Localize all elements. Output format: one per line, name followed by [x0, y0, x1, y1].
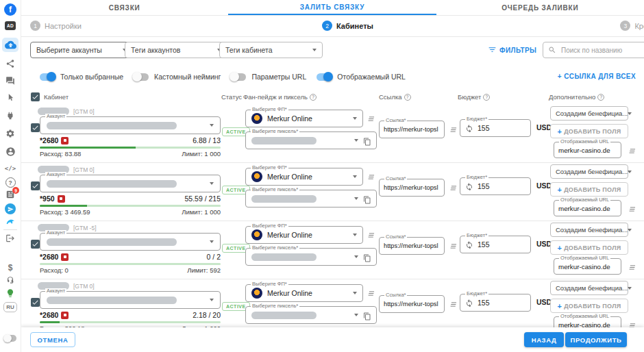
pixel-dropdown[interactable]: Выберите пиксель*	[245, 131, 377, 149]
add-fields-button[interactable]: + ДОБАВИТЬ ПОЛЯ	[550, 299, 628, 313]
facebook-icon[interactable]: f	[0, 3, 21, 16]
copy-icon[interactable]	[363, 253, 371, 265]
link-for-all-button[interactable]: + ССЫЛКА ДЛЯ ВСЕХ	[558, 73, 636, 80]
toggle-url-params[interactable]	[231, 73, 246, 81]
accounts-select[interactable]: Выберите аккаунты	[30, 42, 133, 58]
row-checkbox[interactable]	[31, 240, 40, 249]
account-dropdown[interactable]: Аккаунт	[40, 291, 221, 309]
budget-input[interactable]: Бюджет* 155	[460, 294, 531, 312]
add-fields-button[interactable]: + ДОБАВИТЬ ПОЛЯ	[550, 240, 628, 255]
link-input[interactable]: Ссылка* https://merkur-topsl	[379, 179, 445, 197]
account-tags-select[interactable]: Теги аккаунтов	[125, 42, 227, 58]
beneficiary-dropdown[interactable]: Создадим бенефициа...	[550, 281, 628, 295]
link-lines-icon[interactable]	[449, 125, 458, 137]
link-lines-icon[interactable]	[449, 241, 458, 253]
filters-button[interactable]: ФИЛЬТРЫ	[488, 45, 536, 55]
copy-icon[interactable]	[363, 311, 371, 323]
tab-ochered-zalivki[interactable]: ОЧЕРЕДЬ ЗАЛИВКИ	[436, 0, 644, 15]
link-input[interactable]: Ссылка* https://merkur-topsl	[379, 237, 445, 255]
display-url-lines-icon[interactable]	[628, 146, 636, 158]
news-icon[interactable]: 9	[0, 190, 21, 202]
fanpage-dropdown[interactable]: Выберите ФП* Merkur Online	[245, 110, 363, 127]
toggle-custom-naming[interactable]	[134, 73, 149, 81]
toggle-display-url[interactable]	[317, 73, 332, 81]
back-button[interactable]: НАЗАД	[524, 332, 564, 347]
pixel-dropdown[interactable]: Выберите пиксель*	[245, 306, 377, 324]
telegram-icon[interactable]	[0, 203, 21, 214]
display-url-lines-icon[interactable]	[628, 262, 636, 275]
account-icon[interactable]	[0, 147, 21, 157]
cancel-button[interactable]: ОТМЕНА	[30, 332, 75, 347]
code-icon[interactable]: </>	[0, 165, 21, 172]
fanpage-dropdown[interactable]: Выберите ФП* Merkur Online	[245, 168, 363, 186]
plug-icon[interactable]	[0, 111, 21, 121]
step-settings[interactable]: 1 Настройки	[30, 21, 82, 31]
link-lines-icon[interactable]	[449, 299, 458, 312]
continue-button[interactable]: ПРОДОЛЖИТЬ	[565, 332, 627, 347]
theme-toggle[interactable]	[0, 335, 21, 342]
language-badge[interactable]: RU	[0, 302, 21, 312]
add-fields-button[interactable]: + ДОБАВИТЬ ПОЛЯ	[550, 124, 628, 138]
tab-svyazki[interactable]: СВЯЗКИ	[21, 0, 228, 15]
beneficiary-dropdown[interactable]: Создадим бенефициа...	[550, 223, 628, 237]
naming-lines-icon[interactable]	[367, 230, 375, 242]
fanpage-dropdown[interactable]: Выберите ФП* Merkur Online	[245, 226, 363, 244]
help-icon[interactable]	[483, 94, 490, 101]
search-input[interactable]	[560, 46, 641, 55]
tab-zalit-svyazku[interactable]: ЗАЛИТЬ СВЯЗКУ	[228, 0, 436, 15]
display-url-lines-icon[interactable]	[628, 204, 636, 216]
naming-lines-icon[interactable]	[367, 114, 375, 126]
share-tree-icon[interactable]	[0, 59, 21, 68]
display-url-lines-icon[interactable]	[628, 320, 636, 327]
refresh-icon[interactable]	[465, 240, 473, 249]
dolphin-icon[interactable]	[0, 216, 21, 227]
help-icon[interactable]	[597, 94, 604, 101]
beneficiary-dropdown[interactable]: Создадим бенефициа...	[550, 106, 628, 121]
row-checkbox[interactable]	[31, 123, 40, 132]
pixel-dropdown[interactable]: Выберите пиксель*	[245, 248, 377, 266]
help-icon[interactable]	[310, 94, 317, 101]
copy-icon[interactable]	[363, 194, 371, 207]
help-icon[interactable]	[404, 94, 411, 101]
headset-icon[interactable]	[0, 275, 21, 285]
gear-icon[interactable]	[0, 129, 21, 138]
fanpage-dropdown[interactable]: Выберите ФП* Merkur Online	[245, 284, 363, 302]
account-dropdown[interactable]: Аккаунт	[40, 175, 221, 192]
budget-input[interactable]: Бюджет* 155	[460, 119, 531, 137]
bulb-icon[interactable]	[0, 288, 21, 298]
add-fields-button[interactable]: + ДОБАВИТЬ ПОЛЯ	[550, 182, 628, 197]
display-url-input[interactable]: Отображаемый URL merkur-casino.de	[554, 316, 621, 327]
search-box[interactable]	[543, 42, 644, 58]
link-lines-icon[interactable]	[449, 183, 458, 195]
upload-cloud-icon[interactable]	[0, 38, 21, 52]
toggle-only-selected[interactable]	[40, 73, 55, 81]
pixel-dropdown[interactable]: Выберите пиксель*	[245, 190, 377, 208]
display-url-input[interactable]: Отображаемый URL merkur-casino.de	[554, 142, 621, 158]
step-cabinets[interactable]: 2 Кабинеты	[322, 21, 373, 31]
help-icon[interactable]: ?	[0, 177, 21, 188]
step-creatives[interactable]: 3 Креат	[620, 21, 644, 31]
refresh-icon[interactable]	[465, 182, 473, 190]
link-input[interactable]: Ссылка* https://merkur-topsl	[379, 121, 445, 138]
cursor-icon[interactable]	[0, 93, 21, 102]
account-dropdown[interactable]: Аккаунт	[40, 116, 221, 134]
naming-lines-icon[interactable]	[367, 288, 375, 301]
cabinet-tags-select[interactable]: Теги кабинета	[219, 42, 323, 58]
beneficiary-dropdown[interactable]: Создадим бенефициа...	[550, 164, 628, 179]
display-url-input[interactable]: Отображаемый URL merkur-casino.de	[554, 200, 621, 216]
refresh-icon[interactable]	[465, 124, 473, 132]
ads-manager-icon[interactable]: AD	[0, 21, 21, 30]
row-checkbox[interactable]	[31, 298, 40, 307]
account-dropdown[interactable]: Аккаунт	[40, 233, 221, 251]
display-url-input[interactable]: Отображаемый URL merkur-casino.de	[554, 258, 621, 275]
logout-icon[interactable]	[0, 234, 21, 243]
copy-icon[interactable]	[363, 136, 371, 149]
budget-input[interactable]: Бюджет* 155	[460, 236, 531, 253]
budget-input[interactable]: Бюджет* 155	[460, 177, 531, 195]
dollar-icon[interactable]: $	[0, 263, 21, 273]
link-input[interactable]: Ссылка* https://merkur-topsl	[379, 295, 445, 313]
row-checkbox[interactable]	[31, 181, 40, 190]
naming-lines-icon[interactable]	[367, 172, 375, 184]
select-all-checkbox[interactable]	[31, 92, 40, 101]
refresh-icon[interactable]	[465, 299, 473, 307]
